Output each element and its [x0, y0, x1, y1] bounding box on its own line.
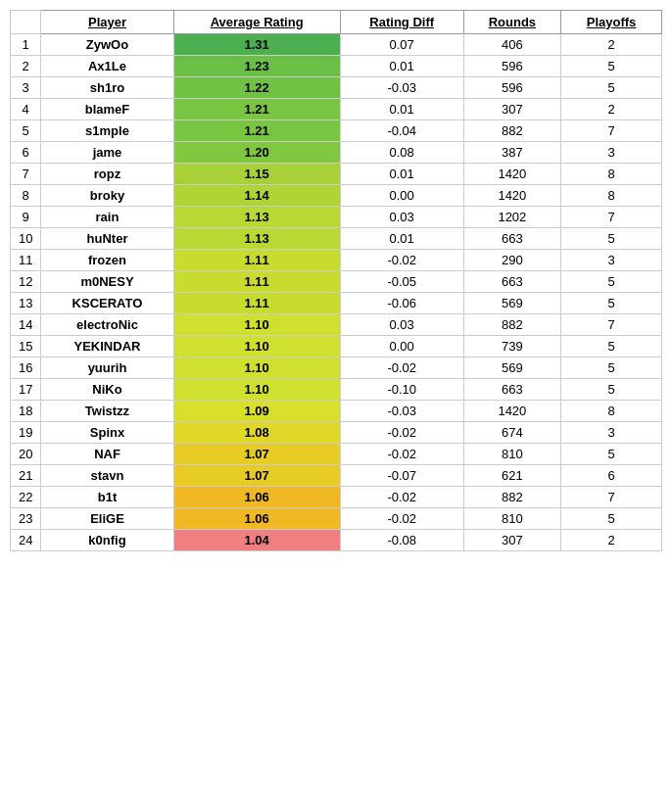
player-name-cell: Twistzz: [41, 401, 173, 422]
rating-diff-cell: -0.05: [340, 271, 463, 293]
rating-diff-cell: 0.07: [340, 34, 463, 56]
table-row: 7ropz1.150.0114208: [11, 164, 662, 185]
rounds-cell: 674: [463, 422, 561, 444]
table-row: 11frozen1.11-0.022903: [11, 250, 662, 271]
header-avg-rating: Average Rating: [173, 11, 340, 34]
rounds-cell: 1202: [463, 207, 561, 228]
rating-diff-cell: 0.03: [340, 207, 463, 228]
rounds-cell: 596: [463, 56, 561, 77]
playoffs-cell: 2: [561, 530, 662, 551]
playoffs-cell: 6: [561, 465, 662, 487]
avg-rating-cell: 1.11: [173, 293, 340, 314]
player-name-cell: KSCERATO: [41, 293, 173, 314]
avg-rating-cell: 1.31: [173, 34, 340, 56]
table-row: 17NiKo1.10-0.106635: [11, 379, 662, 401]
avg-rating-cell: 1.14: [173, 185, 340, 207]
table-row: 5s1mple1.21-0.048827: [11, 120, 662, 142]
avg-rating-cell: 1.15: [173, 164, 340, 185]
playoffs-cell: 3: [561, 142, 662, 164]
table-row: 24k0nfig1.04-0.083072: [11, 530, 662, 551]
rounds-cell: 569: [463, 357, 561, 379]
rank-cell: 13: [11, 293, 41, 314]
playoffs-cell: 5: [561, 379, 662, 401]
avg-rating-cell: 1.07: [173, 444, 340, 465]
rating-diff-cell: -0.04: [340, 120, 463, 142]
rounds-cell: 739: [463, 336, 561, 357]
player-name-cell: huNter: [41, 228, 173, 250]
player-name-cell: ZywOo: [41, 34, 173, 56]
playoffs-cell: 5: [561, 293, 662, 314]
header-playoffs: Playoffs: [561, 11, 662, 34]
avg-rating-cell: 1.04: [173, 530, 340, 551]
playoffs-cell: 7: [561, 120, 662, 142]
rating-diff-cell: -0.07: [340, 465, 463, 487]
rounds-cell: 1420: [463, 185, 561, 207]
rank-cell: 17: [11, 379, 41, 401]
rounds-cell: 290: [463, 250, 561, 271]
avg-rating-cell: 1.11: [173, 250, 340, 271]
table-row: 20NAF1.07-0.028105: [11, 444, 662, 465]
playoffs-cell: 7: [561, 207, 662, 228]
playoffs-cell: 8: [561, 185, 662, 207]
table-row: 1ZywOo1.310.074062: [11, 34, 662, 56]
player-name-cell: s1mple: [41, 120, 173, 142]
rounds-cell: 569: [463, 293, 561, 314]
avg-rating-cell: 1.09: [173, 401, 340, 422]
playoffs-cell: 2: [561, 34, 662, 56]
player-name-cell: jame: [41, 142, 173, 164]
rating-diff-cell: 0.01: [340, 164, 463, 185]
player-name-cell: YEKINDAR: [41, 336, 173, 357]
rating-diff-cell: 0.00: [340, 336, 463, 357]
table-header: Player Average Rating Rating Diff Rounds…: [11, 11, 662, 34]
player-name-cell: ropz: [41, 164, 173, 185]
rounds-cell: 307: [463, 530, 561, 551]
rating-diff-cell: -0.03: [340, 77, 463, 99]
rank-cell: 24: [11, 530, 41, 551]
player-name-cell: rain: [41, 207, 173, 228]
playoffs-cell: 3: [561, 422, 662, 444]
playoffs-cell: 8: [561, 401, 662, 422]
table-row: 18Twistzz1.09-0.0314208: [11, 401, 662, 422]
avg-rating-cell: 1.23: [173, 56, 340, 77]
rank-cell: 11: [11, 250, 41, 271]
header-rating-diff: Rating Diff: [340, 11, 463, 34]
playoffs-cell: 5: [561, 444, 662, 465]
rank-cell: 2: [11, 56, 41, 77]
rating-diff-cell: 0.03: [340, 314, 463, 336]
rounds-cell: 882: [463, 314, 561, 336]
rank-cell: 10: [11, 228, 41, 250]
table-row: 4blameF1.210.013072: [11, 99, 662, 120]
player-name-cell: blameF: [41, 99, 173, 120]
rounds-cell: 663: [463, 271, 561, 293]
playoffs-cell: 5: [561, 77, 662, 99]
playoffs-cell: 5: [561, 508, 662, 530]
rounds-cell: 663: [463, 379, 561, 401]
playoffs-cell: 5: [561, 271, 662, 293]
rounds-cell: 1420: [463, 164, 561, 185]
rank-cell: 4: [11, 99, 41, 120]
rank-cell: 8: [11, 185, 41, 207]
rank-cell: 1: [11, 34, 41, 56]
rounds-cell: 810: [463, 444, 561, 465]
rank-cell: 5: [11, 120, 41, 142]
playoffs-cell: 5: [561, 336, 662, 357]
player-name-cell: electroNic: [41, 314, 173, 336]
rounds-cell: 596: [463, 77, 561, 99]
stats-table: Player Average Rating Rating Diff Rounds…: [10, 10, 662, 551]
player-name-cell: broky: [41, 185, 173, 207]
table-row: 12m0NESY1.11-0.056635: [11, 271, 662, 293]
player-name-cell: Ax1Le: [41, 56, 173, 77]
playoffs-cell: 7: [561, 314, 662, 336]
playoffs-cell: 5: [561, 357, 662, 379]
player-name-cell: sh1ro: [41, 77, 173, 99]
rating-diff-cell: -0.02: [340, 250, 463, 271]
rating-diff-cell: -0.02: [340, 444, 463, 465]
rating-diff-cell: 0.00: [340, 185, 463, 207]
rank-cell: 12: [11, 271, 41, 293]
rank-cell: 7: [11, 164, 41, 185]
rating-diff-cell: -0.10: [340, 379, 463, 401]
avg-rating-cell: 1.10: [173, 314, 340, 336]
avg-rating-cell: 1.13: [173, 228, 340, 250]
rating-diff-cell: 0.08: [340, 142, 463, 164]
rounds-cell: 882: [463, 120, 561, 142]
